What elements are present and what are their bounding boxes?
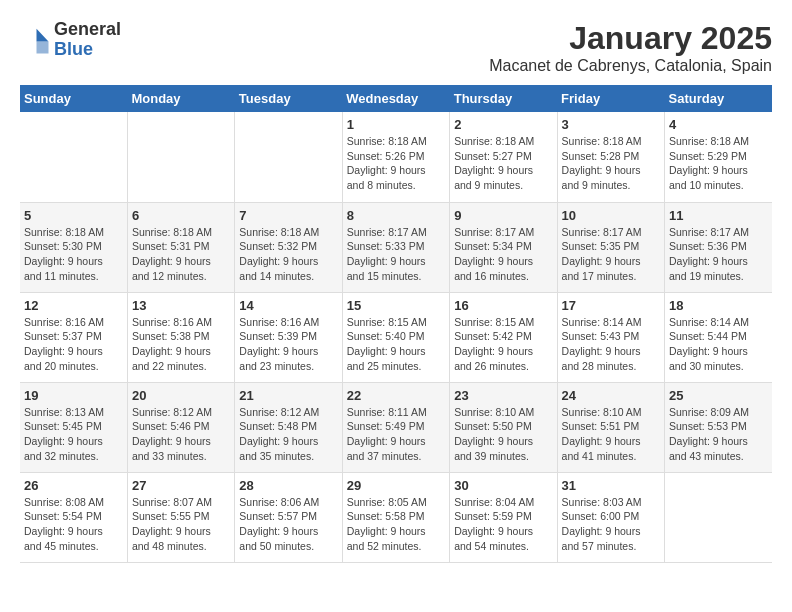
calendar-cell: [20, 112, 127, 202]
day-info: Sunrise: 8:13 AM Sunset: 5:45 PM Dayligh…: [24, 405, 123, 464]
day-info: Sunrise: 8:07 AM Sunset: 5:55 PM Dayligh…: [132, 495, 230, 554]
calendar-cell: 9Sunrise: 8:17 AM Sunset: 5:34 PM Daylig…: [450, 202, 557, 292]
day-info: Sunrise: 8:18 AM Sunset: 5:27 PM Dayligh…: [454, 134, 552, 193]
day-number: 5: [24, 208, 123, 223]
calendar-cell: [127, 112, 234, 202]
calendar-cell: 16Sunrise: 8:15 AM Sunset: 5:42 PM Dayli…: [450, 292, 557, 382]
day-number: 24: [562, 388, 660, 403]
day-info: Sunrise: 8:17 AM Sunset: 5:35 PM Dayligh…: [562, 225, 660, 284]
day-info: Sunrise: 8:12 AM Sunset: 5:46 PM Dayligh…: [132, 405, 230, 464]
day-info: Sunrise: 8:16 AM Sunset: 5:37 PM Dayligh…: [24, 315, 123, 374]
calendar-week-row: 1Sunrise: 8:18 AM Sunset: 5:26 PM Daylig…: [20, 112, 772, 202]
day-number: 4: [669, 117, 768, 132]
calendar-cell: [665, 472, 772, 562]
calendar-cell: 11Sunrise: 8:17 AM Sunset: 5:36 PM Dayli…: [665, 202, 772, 292]
svg-marker-1: [37, 41, 49, 53]
calendar-cell: 5Sunrise: 8:18 AM Sunset: 5:30 PM Daylig…: [20, 202, 127, 292]
day-info: Sunrise: 8:18 AM Sunset: 5:28 PM Dayligh…: [562, 134, 660, 193]
day-number: 29: [347, 478, 445, 493]
calendar-cell: 29Sunrise: 8:05 AM Sunset: 5:58 PM Dayli…: [342, 472, 449, 562]
day-header-friday: Friday: [557, 85, 664, 112]
day-info: Sunrise: 8:16 AM Sunset: 5:39 PM Dayligh…: [239, 315, 337, 374]
day-info: Sunrise: 8:03 AM Sunset: 6:00 PM Dayligh…: [562, 495, 660, 554]
calendar-cell: 19Sunrise: 8:13 AM Sunset: 5:45 PM Dayli…: [20, 382, 127, 472]
day-number: 28: [239, 478, 337, 493]
page-title: January 2025: [489, 20, 772, 57]
day-number: 1: [347, 117, 445, 132]
day-header-sunday: Sunday: [20, 85, 127, 112]
day-header-saturday: Saturday: [665, 85, 772, 112]
day-info: Sunrise: 8:18 AM Sunset: 5:26 PM Dayligh…: [347, 134, 445, 193]
calendar-cell: 3Sunrise: 8:18 AM Sunset: 5:28 PM Daylig…: [557, 112, 664, 202]
day-number: 11: [669, 208, 768, 223]
day-info: Sunrise: 8:18 AM Sunset: 5:30 PM Dayligh…: [24, 225, 123, 284]
day-number: 10: [562, 208, 660, 223]
day-number: 3: [562, 117, 660, 132]
day-number: 16: [454, 298, 552, 313]
day-number: 21: [239, 388, 337, 403]
calendar-cell: 2Sunrise: 8:18 AM Sunset: 5:27 PM Daylig…: [450, 112, 557, 202]
calendar-header-row: SundayMondayTuesdayWednesdayThursdayFrid…: [20, 85, 772, 112]
logo: General Blue: [20, 20, 121, 60]
day-info: Sunrise: 8:15 AM Sunset: 5:42 PM Dayligh…: [454, 315, 552, 374]
day-info: Sunrise: 8:08 AM Sunset: 5:54 PM Dayligh…: [24, 495, 123, 554]
day-number: 15: [347, 298, 445, 313]
day-info: Sunrise: 8:18 AM Sunset: 5:29 PM Dayligh…: [669, 134, 768, 193]
calendar-cell: 24Sunrise: 8:10 AM Sunset: 5:51 PM Dayli…: [557, 382, 664, 472]
day-info: Sunrise: 8:12 AM Sunset: 5:48 PM Dayligh…: [239, 405, 337, 464]
day-number: 2: [454, 117, 552, 132]
calendar-cell: 27Sunrise: 8:07 AM Sunset: 5:55 PM Dayli…: [127, 472, 234, 562]
day-number: 23: [454, 388, 552, 403]
calendar-cell: 31Sunrise: 8:03 AM Sunset: 6:00 PM Dayli…: [557, 472, 664, 562]
calendar-table: SundayMondayTuesdayWednesdayThursdayFrid…: [20, 85, 772, 563]
calendar-week-row: 26Sunrise: 8:08 AM Sunset: 5:54 PM Dayli…: [20, 472, 772, 562]
day-number: 22: [347, 388, 445, 403]
day-info: Sunrise: 8:06 AM Sunset: 5:57 PM Dayligh…: [239, 495, 337, 554]
day-header-monday: Monday: [127, 85, 234, 112]
day-info: Sunrise: 8:09 AM Sunset: 5:53 PM Dayligh…: [669, 405, 768, 464]
calendar-cell: 8Sunrise: 8:17 AM Sunset: 5:33 PM Daylig…: [342, 202, 449, 292]
calendar-cell: 17Sunrise: 8:14 AM Sunset: 5:43 PM Dayli…: [557, 292, 664, 382]
calendar-cell: 12Sunrise: 8:16 AM Sunset: 5:37 PM Dayli…: [20, 292, 127, 382]
day-number: 31: [562, 478, 660, 493]
day-number: 13: [132, 298, 230, 313]
title-block: January 2025 Macanet de Cabrenys, Catalo…: [489, 20, 772, 75]
day-number: 7: [239, 208, 337, 223]
day-info: Sunrise: 8:14 AM Sunset: 5:44 PM Dayligh…: [669, 315, 768, 374]
day-number: 27: [132, 478, 230, 493]
calendar-week-row: 12Sunrise: 8:16 AM Sunset: 5:37 PM Dayli…: [20, 292, 772, 382]
day-info: Sunrise: 8:17 AM Sunset: 5:33 PM Dayligh…: [347, 225, 445, 284]
day-number: 18: [669, 298, 768, 313]
day-number: 19: [24, 388, 123, 403]
day-number: 6: [132, 208, 230, 223]
calendar-cell: 10Sunrise: 8:17 AM Sunset: 5:35 PM Dayli…: [557, 202, 664, 292]
logo-blue: Blue: [54, 40, 121, 60]
calendar-cell: 1Sunrise: 8:18 AM Sunset: 5:26 PM Daylig…: [342, 112, 449, 202]
calendar-cell: 7Sunrise: 8:18 AM Sunset: 5:32 PM Daylig…: [235, 202, 342, 292]
page-subtitle: Macanet de Cabrenys, Catalonia, Spain: [489, 57, 772, 75]
calendar-cell: 25Sunrise: 8:09 AM Sunset: 5:53 PM Dayli…: [665, 382, 772, 472]
day-number: 30: [454, 478, 552, 493]
calendar-cell: 22Sunrise: 8:11 AM Sunset: 5:49 PM Dayli…: [342, 382, 449, 472]
logo-text: General Blue: [54, 20, 121, 60]
day-number: 17: [562, 298, 660, 313]
day-number: 12: [24, 298, 123, 313]
day-info: Sunrise: 8:17 AM Sunset: 5:36 PM Dayligh…: [669, 225, 768, 284]
svg-marker-0: [37, 29, 49, 42]
calendar-week-row: 19Sunrise: 8:13 AM Sunset: 5:45 PM Dayli…: [20, 382, 772, 472]
day-number: 26: [24, 478, 123, 493]
calendar-cell: 20Sunrise: 8:12 AM Sunset: 5:46 PM Dayli…: [127, 382, 234, 472]
calendar-cell: 14Sunrise: 8:16 AM Sunset: 5:39 PM Dayli…: [235, 292, 342, 382]
calendar-cell: [235, 112, 342, 202]
day-info: Sunrise: 8:17 AM Sunset: 5:34 PM Dayligh…: [454, 225, 552, 284]
calendar-cell: 18Sunrise: 8:14 AM Sunset: 5:44 PM Dayli…: [665, 292, 772, 382]
day-number: 20: [132, 388, 230, 403]
day-info: Sunrise: 8:10 AM Sunset: 5:51 PM Dayligh…: [562, 405, 660, 464]
day-info: Sunrise: 8:15 AM Sunset: 5:40 PM Dayligh…: [347, 315, 445, 374]
day-info: Sunrise: 8:18 AM Sunset: 5:31 PM Dayligh…: [132, 225, 230, 284]
calendar-cell: 28Sunrise: 8:06 AM Sunset: 5:57 PM Dayli…: [235, 472, 342, 562]
logo-icon: [20, 25, 50, 55]
day-header-thursday: Thursday: [450, 85, 557, 112]
page-header: General Blue January 2025 Macanet de Cab…: [20, 20, 772, 75]
logo-general: General: [54, 20, 121, 40]
